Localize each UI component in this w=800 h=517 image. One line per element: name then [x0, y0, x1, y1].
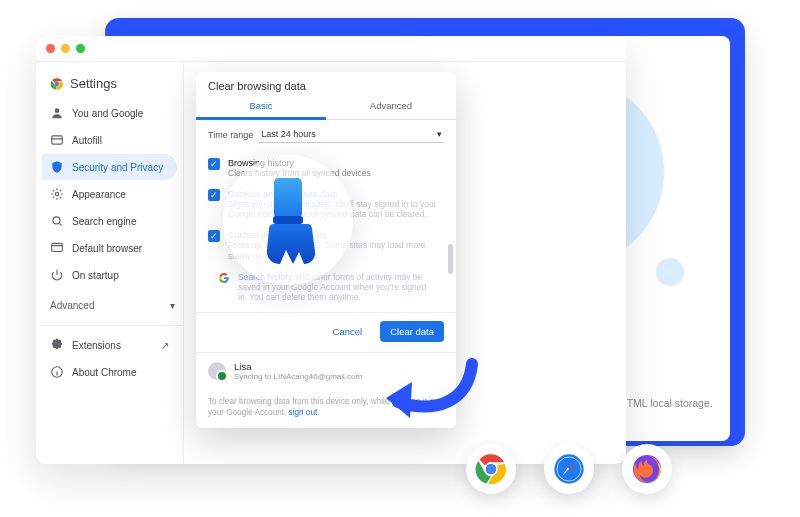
window-maximize-icon[interactable] [76, 44, 85, 53]
window-close-icon[interactable] [46, 44, 55, 53]
time-range-select[interactable]: Last 24 hours ▾ [259, 126, 444, 143]
window-minimize-icon[interactable] [61, 44, 70, 53]
dialog-tabs: Basic Advanced [196, 94, 456, 120]
sidebar-item-label: On startup [72, 270, 119, 281]
checkbox-checked-icon[interactable]: ✓ [208, 158, 220, 170]
chrome-chip [466, 444, 516, 494]
sign-out-link[interactable]: sign out [289, 408, 318, 417]
scrollbar-thumb[interactable] [448, 244, 453, 274]
firefox-chip [622, 444, 672, 494]
avatar [208, 362, 226, 380]
svg-point-8 [55, 192, 59, 196]
sidebar-item-label: Default browser [72, 243, 142, 254]
power-icon [50, 268, 64, 282]
appearance-icon [50, 187, 64, 201]
sidebar-item-label: Search engine [72, 216, 137, 227]
safari-chip [544, 444, 594, 494]
google-g-icon [218, 272, 230, 284]
brush-icon [249, 174, 327, 266]
cancel-button[interactable]: Cancel [323, 321, 373, 342]
search-icon [50, 214, 64, 228]
profile-email: Syncing to LINAcang46@gmail.com [234, 372, 362, 381]
firefox-icon [631, 453, 663, 485]
dialog-title: Clear browsing data [196, 72, 456, 94]
svg-point-15 [486, 464, 497, 475]
sidebar-item-search[interactable]: Search engine [42, 208, 177, 234]
sidebar-item-startup[interactable]: On startup [42, 262, 177, 288]
puzzle-icon [50, 338, 64, 352]
sidebar-item-you[interactable]: You and Google [42, 100, 177, 126]
chevron-down-icon: ▾ [170, 300, 175, 311]
sidebar-item-label: Autofill [72, 135, 102, 146]
time-range-label: Time range [208, 130, 253, 140]
profile-name: Lisa [234, 361, 362, 372]
divider [42, 325, 183, 326]
checkbox-checked-icon[interactable]: ✓ [208, 230, 220, 242]
sidebar-advanced-toggle[interactable]: Advanced ▾ [42, 292, 183, 319]
footnote-text-b: . [317, 408, 319, 417]
arrow-icon [380, 352, 480, 432]
window-titlebar [36, 36, 626, 62]
sidebar-item-extensions[interactable]: Extensions ↗ [42, 332, 177, 358]
info-icon [50, 365, 64, 379]
clear-data-button[interactable]: Clear data [380, 321, 444, 342]
autofill-icon [50, 133, 64, 147]
chrome-icon [475, 453, 507, 485]
settings-header: Settings [42, 72, 183, 99]
svg-rect-7 [52, 136, 63, 144]
settings-title: Settings [70, 76, 117, 91]
svg-point-9 [53, 217, 60, 224]
sidebar-item-security[interactable]: Security and Privacy [42, 154, 177, 180]
browser-chips [466, 444, 672, 494]
sidebar-item-label: Appearance [72, 189, 126, 200]
shield-icon [50, 160, 64, 174]
safari-icon [553, 453, 585, 485]
person-icon [50, 106, 64, 120]
default-browser-icon [50, 241, 64, 255]
sidebar-item-default[interactable]: Default browser [42, 235, 177, 261]
sidebar-item-label: You and Google [72, 108, 143, 119]
checkbox-checked-icon[interactable]: ✓ [208, 189, 220, 201]
sidebar-item-label: Extensions [72, 340, 121, 351]
time-range-value: Last 24 hours [261, 129, 316, 139]
external-link-icon: ↗ [161, 340, 169, 351]
svg-point-6 [55, 108, 60, 113]
sidebar-item-label: Security and Privacy [72, 162, 163, 173]
sidebar-item-about[interactable]: About Chrome [42, 359, 177, 385]
tab-basic[interactable]: Basic [196, 94, 326, 120]
sidebar-item-autofill[interactable]: Autofill [42, 127, 177, 153]
svg-rect-12 [273, 216, 303, 224]
settings-sidebar: Settings You and Google Autofill [36, 62, 184, 464]
sidebar-item-appearance[interactable]: Appearance [42, 181, 177, 207]
tab-advanced[interactable]: Advanced [326, 94, 456, 119]
svg-rect-10 [52, 243, 63, 251]
chrome-icon [50, 77, 64, 91]
sidebar-item-label: About Chrome [72, 367, 136, 378]
brush-overlay [223, 155, 353, 285]
scrollbar[interactable] [448, 155, 453, 304]
caret-down-icon: ▾ [437, 129, 442, 139]
advanced-label: Advanced [50, 300, 94, 311]
